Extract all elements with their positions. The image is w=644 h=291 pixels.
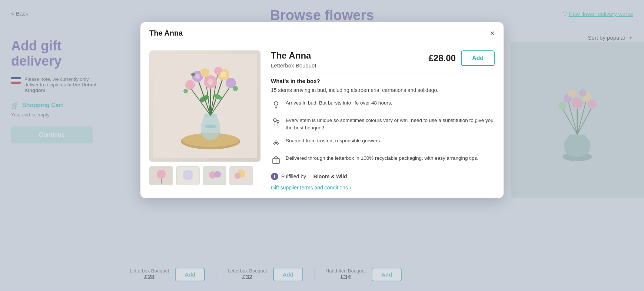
modal-images-section <box>149 50 260 191</box>
feature-item-3: Sourced from trusted, responsible grower… <box>271 137 495 149</box>
product-type: Letterbox Bouquet <box>271 62 316 69</box>
product-title-group: The Anna Letterbox Bouquet <box>271 50 316 69</box>
feature-item-1: Arrives in bud. But bursts into life ove… <box>271 99 495 112</box>
feature-2-text: Every stem is unique so sometimes colour… <box>286 117 495 132</box>
svg-point-45 <box>183 170 193 180</box>
svg-point-40 <box>191 73 195 76</box>
svg-point-56 <box>273 119 276 122</box>
svg-point-18 <box>205 125 216 128</box>
svg-point-35 <box>208 79 213 85</box>
thumbnail-3[interactable] <box>203 166 226 185</box>
whats-in-box-text: 15 stems arriving in bud, including alst… <box>271 86 495 94</box>
svg-point-38 <box>183 89 188 93</box>
thumbnail-2[interactable] <box>176 166 200 185</box>
svg-point-42 <box>157 170 166 179</box>
svg-point-39 <box>233 86 238 91</box>
svg-point-57 <box>277 120 279 123</box>
svg-point-60 <box>275 141 277 143</box>
svg-point-51 <box>235 173 240 179</box>
modal-info-section: The Anna Letterbox Bouquet £28.00 Add Wh… <box>271 50 495 191</box>
feature-4-text: Delivered through the letterbox in 100% … <box>286 155 478 162</box>
modal-header: The Anna × <box>140 22 504 43</box>
whats-in-box-heading: What's in the box? <box>271 78 495 84</box>
terms-link-text: Gift supplier terms and conditions <box>271 185 348 191</box>
modal-add-button[interactable]: Add <box>461 50 495 66</box>
fulfilled-row: i Fulfilled by Bloom & Wild <box>271 173 495 180</box>
product-name: The Anna <box>271 50 316 61</box>
modal-title: The Anna <box>149 29 183 37</box>
feature-1-text: Arrives in bud. But bursts into life ove… <box>286 99 392 107</box>
feature-item-2: Every stem is unique so sometimes colour… <box>271 117 495 132</box>
svg-point-52 <box>274 102 278 105</box>
svg-point-36 <box>195 74 200 79</box>
feature-item-4: Delivered through the letterbox in 100% … <box>271 155 495 167</box>
growers-icon <box>271 138 281 149</box>
modal-overlay: The Anna × <box>0 0 644 291</box>
svg-point-31 <box>185 80 195 90</box>
divider-1 <box>271 73 495 73</box>
features-list: Arrives in bud. But bursts into life ove… <box>271 99 495 167</box>
price-add-group: £28.00 Add <box>428 50 495 66</box>
packaging-icon <box>271 155 281 167</box>
fulfilled-by: Bloom & Wild <box>313 173 347 179</box>
info-top-row: The Anna Letterbox Bouquet £28.00 Add <box>271 50 495 69</box>
svg-point-33 <box>200 68 209 77</box>
unique-icon <box>271 117 281 129</box>
modal-body: The Anna Letterbox Bouquet £28.00 Add Wh… <box>140 43 504 198</box>
terms-chevron-icon: › <box>349 185 351 191</box>
modal-close-button[interactable]: × <box>490 29 495 37</box>
thumbnail-4[interactable] <box>229 166 253 185</box>
fulfilled-label: Fulfilled by <box>281 173 306 179</box>
product-price: £28.00 <box>428 53 455 63</box>
info-icon: i <box>271 173 278 180</box>
svg-point-48 <box>214 171 221 178</box>
main-product-image <box>149 50 260 162</box>
product-modal: The Anna × <box>140 22 504 198</box>
svg-point-37 <box>220 72 226 77</box>
thumbnail-row <box>149 166 260 185</box>
thumbnail-1[interactable] <box>149 166 173 185</box>
bud-icon <box>271 100 281 112</box>
feature-3-text: Sourced from trusted, responsible grower… <box>286 137 381 145</box>
terms-link[interactable]: Gift supplier terms and conditions › <box>271 185 495 191</box>
